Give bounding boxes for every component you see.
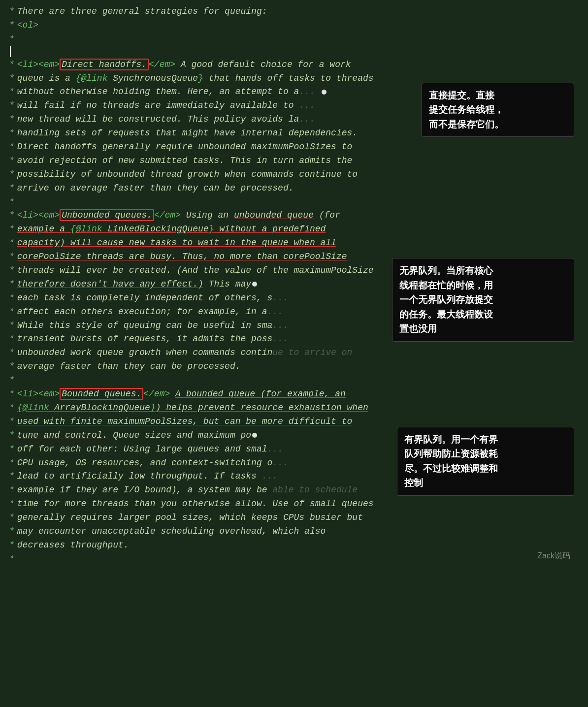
- highlight-direct-handoffs: Direct handoffs.: [60, 59, 149, 70]
- tooltip-direct-handoffs: 直接提交。直接提交任务给线程，而不是保存它们。: [422, 83, 574, 137]
- star-uq4: *: [9, 250, 14, 264]
- line-content-dh1: <li><em>Direct handoffs.</em> A good def…: [17, 58, 579, 72]
- code-line-bq1: * <li><em>Bounded queues.</em> A bounded…: [9, 387, 579, 401]
- code-line-uq12: * average faster than they can be proces…: [9, 360, 579, 374]
- tooltip-bounded-queues: 有界队列。用一个有界队列帮助防止资源被耗尽。不过比较难调整和控制: [397, 427, 574, 496]
- star-bq11: *: [9, 525, 14, 539]
- code-line-3: *: [9, 32, 579, 46]
- code-line-bq11: * may encounter unacceptable scheduling …: [9, 525, 579, 539]
- star-2: *: [9, 19, 14, 32]
- line-content-uq3: capacity) will cause new tasks to wait i…: [17, 236, 579, 250]
- highlight-bounded-queues: Bounded queues.: [60, 388, 143, 400]
- code-line-bq9: * time for more threads than you otherwi…: [9, 497, 579, 511]
- star-bq9: *: [9, 497, 14, 511]
- line-content-dh10: arrive on average faster than they can b…: [17, 182, 579, 195]
- star-uq9: *: [9, 319, 14, 333]
- line-content-bq11: may encounter unacceptable scheduling ov…: [17, 525, 579, 539]
- code-line-uq2: * example a {@link LinkedBlockingQueue} …: [9, 223, 579, 236]
- star-uq3: *: [9, 236, 14, 250]
- star-uq7: *: [9, 291, 14, 305]
- code-line-dh8: * avoid rejection of new submitted tasks…: [9, 154, 579, 168]
- star-dh7: *: [9, 140, 14, 154]
- star-bq1: *: [9, 387, 14, 401]
- code-line-blank1: *: [9, 195, 579, 209]
- star-final: *: [9, 552, 14, 566]
- line-content-1: There are three general strategies for q…: [17, 5, 579, 19]
- code-line-uq1: * <li><em>Unbounded queues.</em> Using a…: [9, 209, 579, 223]
- line-content-bq10: generally requires larger pool sizes, wh…: [17, 511, 579, 525]
- star-uq8: *: [9, 305, 14, 319]
- star-uq1: *: [9, 209, 14, 223]
- star-dh3: *: [9, 85, 14, 99]
- star-dh2: *: [9, 72, 14, 86]
- code-viewer: * There are three general strategies for…: [9, 5, 579, 566]
- cursor-line: [9, 46, 579, 58]
- star-dh1: *: [9, 58, 14, 72]
- code-line-final: *: [9, 552, 579, 566]
- code-line-1: * There are three general strategies for…: [9, 5, 579, 19]
- star-uq5: *: [9, 264, 14, 278]
- line-content-dh8: avoid rejection of new submitted tasks. …: [17, 154, 579, 168]
- star-bq10: *: [9, 511, 14, 525]
- line-content-uq12: average faster than they can be processe…: [17, 360, 579, 374]
- highlight-unbounded-queues: Unbounded queues.: [60, 209, 154, 221]
- line-content-bq2: {@link ArrayBlockingQueue}) helps preven…: [17, 401, 579, 415]
- star-dh4: *: [9, 99, 14, 113]
- code-line-dh7: * Direct handoffs generally require unbo…: [9, 140, 579, 154]
- star-b2: *: [9, 374, 14, 387]
- line-content-2: <ol>: [17, 19, 579, 32]
- code-line-uq11: * unbounded work queue growth when comma…: [9, 346, 579, 360]
- code-line-blank2: *: [9, 374, 579, 387]
- code-line-dh1: * <li><em>Direct handoffs.</em> A good d…: [9, 58, 579, 72]
- line-content-bq1: <li><em>Bounded queues.</em> A bounded q…: [17, 387, 579, 401]
- code-line-bq2: * {@link ArrayBlockingQueue}) helps prev…: [9, 401, 579, 415]
- star-bq3: *: [9, 415, 14, 429]
- star-dh10: *: [9, 182, 14, 195]
- tooltip-unbounded-queues: 无界队列。当所有核心线程都在忙的时候，用一个无界队列存放提交的任务。最大线程数设…: [392, 258, 574, 341]
- star-1: *: [9, 5, 14, 19]
- star-3: *: [9, 32, 14, 46]
- star-bq5: *: [9, 443, 14, 456]
- line-content-uq11: unbounded work queue growth when command…: [17, 346, 579, 360]
- code-line-dh10: * arrive on average faster than they can…: [9, 182, 579, 195]
- code-line-bq12: * decreases throughput.: [9, 539, 579, 552]
- star-uq2: *: [9, 223, 14, 236]
- line-content-dh7: Direct handoffs generally require unboun…: [17, 140, 579, 154]
- star-dh5: *: [9, 113, 14, 127]
- star-bq4: *: [9, 429, 14, 443]
- star-b1: *: [9, 195, 14, 209]
- star-uq6: *: [9, 278, 14, 291]
- line-content-dh9: possibility of unbounded thread growth w…: [17, 168, 579, 182]
- line-content-uq2: example a {@link LinkedBlockingQueue} wi…: [17, 223, 579, 236]
- line-content-3: [17, 32, 579, 46]
- star-bq12: *: [9, 539, 14, 552]
- code-line-dh9: * possibility of unbounded thread growth…: [9, 168, 579, 182]
- star-bq7: *: [9, 470, 14, 483]
- star-dh6: *: [9, 127, 14, 140]
- direct-handoffs-section: * <li><em>Direct handoffs.</em> A good d…: [9, 58, 579, 195]
- star-bq2: *: [9, 401, 14, 415]
- star-bq6: *: [9, 456, 14, 470]
- star-bq8: *: [9, 483, 14, 497]
- star-uq10: *: [9, 332, 14, 346]
- star-uq11: *: [9, 346, 14, 360]
- watermark: Zack说码: [537, 551, 570, 561]
- bounded-queues-section: * <li><em>Bounded queues.</em> A bounded…: [9, 387, 579, 552]
- star-uq12: *: [9, 360, 14, 374]
- unbounded-queues-section: * <li><em>Unbounded queues.</em> Using a…: [9, 209, 579, 374]
- line-content-bq12: decreases throughput.: [17, 539, 579, 552]
- line-content-uq1: <li><em>Unbounded queues.</em> Using an …: [17, 209, 579, 223]
- code-line-uq3: * capacity) will cause new tasks to wait…: [9, 236, 579, 250]
- code-line-2: * <ol>: [9, 19, 579, 32]
- line-content-bq9: time for more threads than you otherwise…: [17, 497, 579, 511]
- star-dh9: *: [9, 168, 14, 182]
- code-line-bq10: * generally requires larger pool sizes, …: [9, 511, 579, 525]
- star-dh8: *: [9, 154, 14, 168]
